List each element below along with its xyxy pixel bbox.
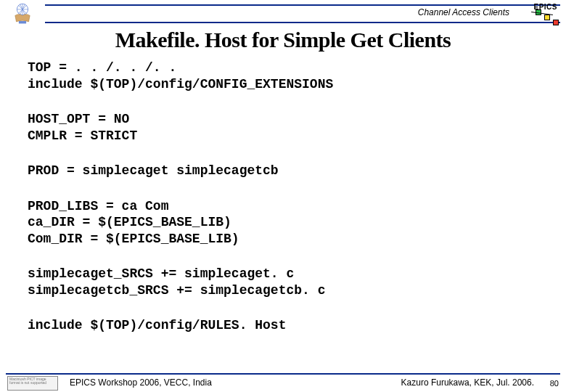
footer-left: EPICS Workshop 2006, VECC, India [70, 377, 212, 388]
code-block: HOST_OPT = NO CMPLR = STRICT [28, 111, 544, 144]
code-block: PROD = simplecaget simplecagetcb [28, 163, 544, 179]
broken-image-icon: Macintosh PICT image format is not suppo… [7, 376, 58, 391]
epics-red-icon [553, 20, 559, 25]
page-title: Makefile. Host for Simple Get Clients [0, 28, 566, 52]
code-block: TOP = . . /. . /. . include $(TOP)/confi… [28, 60, 544, 92]
epics-logo: EPICS [518, 3, 560, 23]
epics-connector-icon [531, 12, 553, 15]
footer-rule [6, 373, 560, 375]
section-label: Channel Access Clients [418, 7, 509, 17]
header-rule-top [45, 4, 560, 6]
header-rule-bottom [45, 22, 560, 23]
header-band: Channel Access Clients EPICS [0, 0, 566, 26]
code-area: TOP = . . /. . /. . include $(TOP)/confi… [28, 60, 544, 353]
page-number: 80 [550, 379, 559, 388]
emblem-icon [4, 0, 41, 26]
epics-yellow-icon [544, 15, 550, 20]
svg-rect-7 [19, 21, 26, 23]
slide: Channel Access Clients EPICS Makefile. H… [0, 0, 566, 392]
footer-right: Kazuro Furukawa, KEK, Jul. 2006. [401, 377, 534, 388]
code-block: PROD_LIBS = ca Com ca_DIR = $(EPICS_BASE… [28, 198, 544, 248]
code-block: include $(TOP)/config/RULES. Host [28, 317, 544, 334]
code-block: simplecaget_SRCS += simplecaget. c simpl… [28, 266, 544, 298]
